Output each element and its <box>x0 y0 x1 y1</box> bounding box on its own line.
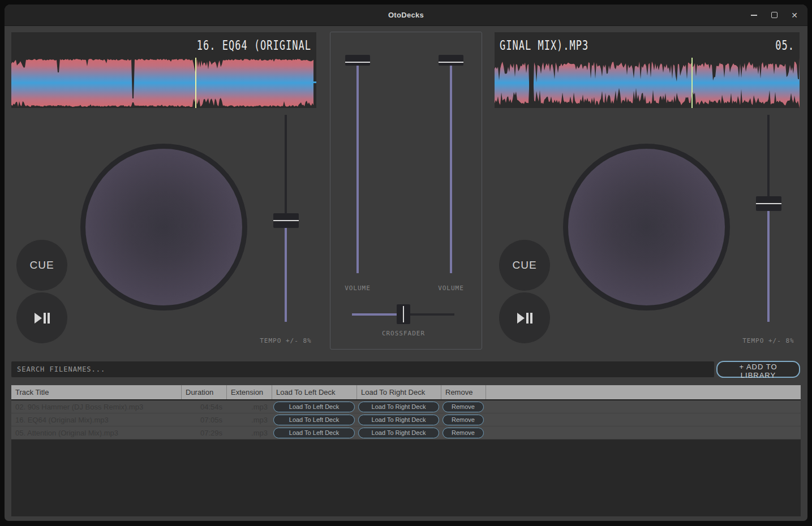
library-table-header: Track TitleDurationExtensionLoad To Left… <box>11 385 801 400</box>
remove-button[interactable]: Remove <box>442 415 484 425</box>
right-play-pause-button[interactable] <box>499 292 550 343</box>
left-deck-playhead <box>195 58 196 108</box>
track-title-cell: 05. Attention (Original Mix).mp3 <box>11 429 181 437</box>
maximize-button[interactable] <box>770 11 778 19</box>
track-extension-cell: .mp3 <box>226 429 272 437</box>
crossfader-label: CROSSFADER <box>370 330 437 337</box>
left-volume-label: VOLUME <box>329 284 386 292</box>
right-volume-label: VOLUME <box>423 284 479 292</box>
column-header[interactable]: Extension <box>226 385 272 399</box>
window-controls: ✕ <box>750 5 798 25</box>
track-duration-cell: 04:54s <box>181 403 226 411</box>
track-duration-cell: 07:05s <box>181 416 226 424</box>
column-header[interactable]: Load To Right Deck <box>356 385 441 399</box>
column-header[interactable]: Load To Left Deck <box>272 385 356 399</box>
load-left-deck-button-cell: Load To Left Deck <box>272 402 356 412</box>
column-header[interactable]: Track Title <box>11 385 181 399</box>
load-right-deck-button[interactable]: Load To Right Deck <box>358 428 439 438</box>
mixer-panel <box>330 32 482 350</box>
remove-button-cell: Remove <box>441 428 486 438</box>
left-volume-slider-fill <box>356 60 359 273</box>
right-volume-slider-handle[interactable] <box>439 55 463 66</box>
maximize-icon <box>771 12 777 18</box>
library-table-body: 02. 90s Hammer (DJ Boss Remix).mp304:54s… <box>11 400 801 439</box>
left-volume-slider-handle[interactable] <box>345 55 370 66</box>
load-right-deck-button-cell: Load To Right Deck <box>356 415 441 425</box>
column-header[interactable]: Duration <box>181 385 226 399</box>
right-waveform-graphic <box>495 58 800 108</box>
right-deck-title-row: GINAL MIX).MP3 05. <box>495 32 800 58</box>
app-window: OtoDecks ✕ 16. EQ64 (ORIGINAL <box>5 5 807 521</box>
left-waveform-endcap-tick <box>313 81 316 83</box>
remove-button[interactable]: Remove <box>442 402 484 412</box>
column-header[interactable]: Remove <box>441 385 486 399</box>
window-title: OtoDecks <box>5 5 807 25</box>
minimize-button[interactable] <box>750 11 758 19</box>
right-deck-waveform-display: GINAL MIX).MP3 05. <box>495 32 800 108</box>
load-right-deck-button-cell: Load To Right Deck <box>356 428 441 438</box>
table-row[interactable]: 05. Attention (Original Mix).mp307:29s.m… <box>11 426 801 439</box>
left-deck-waveform-display: 16. EQ64 (ORIGINAL <box>11 32 316 108</box>
track-title-cell: 16. EQ64 (Original Mix).mp3 <box>11 416 181 424</box>
load-left-deck-button[interactable]: Load To Left Deck <box>273 402 355 412</box>
close-button[interactable]: ✕ <box>790 11 798 19</box>
track-extension-cell: .mp3 <box>226 403 272 411</box>
column-header-filler <box>486 385 801 399</box>
crossfader-fill <box>352 313 403 316</box>
right-deck-waveform <box>495 58 800 108</box>
table-row[interactable]: 16. EQ64 (Original Mix).mp307:05s.mp3Loa… <box>11 413 801 426</box>
track-title-cell: 02. 90s Hammer (DJ Boss Remix).mp3 <box>11 403 181 411</box>
right-deck-track-title: GINAL MIX).MP3 <box>500 38 588 53</box>
load-left-deck-button[interactable]: Load To Left Deck <box>273 428 355 438</box>
main-content: 16. EQ64 (ORIGINAL CUE <box>5 26 807 521</box>
load-right-deck-button-cell: Load To Right Deck <box>356 402 441 412</box>
add-to-library-button[interactable]: + ADD TO LIBRARY <box>716 361 800 378</box>
right-cue-label: CUE <box>512 259 536 271</box>
left-waveform-graphic <box>11 58 313 108</box>
search-input[interactable] <box>11 361 714 377</box>
crossfader-handle[interactable] <box>397 304 410 324</box>
library-table: Track TitleDurationExtensionLoad To Left… <box>11 385 801 516</box>
left-tempo-slider-fill <box>285 221 287 322</box>
right-deck-track-title-tail: 05. <box>775 38 794 53</box>
load-left-deck-button-cell: Load To Left Deck <box>272 428 356 438</box>
load-left-deck-button-cell: Load To Left Deck <box>272 415 356 425</box>
left-tempo-slider-handle[interactable] <box>273 213 299 228</box>
play-pause-icon <box>35 313 50 324</box>
minimize-icon <box>751 15 757 16</box>
crossfader-track[interactable] <box>403 313 454 316</box>
remove-button[interactable]: Remove <box>442 428 484 438</box>
track-duration-cell: 07:29s <box>181 429 226 437</box>
load-right-deck-button[interactable]: Load To Right Deck <box>358 415 439 425</box>
left-cue-button[interactable]: CUE <box>16 240 67 291</box>
left-tempo-label: TEMPO +/- 8% <box>252 337 320 344</box>
remove-button-cell: Remove <box>441 402 486 412</box>
titlebar[interactable]: OtoDecks ✕ <box>5 5 807 26</box>
left-jog-wheel[interactable] <box>80 144 247 311</box>
left-deck-track-title: 16. EQ64 (ORIGINAL <box>197 38 311 53</box>
play-pause-icon <box>517 313 532 324</box>
load-left-deck-button[interactable]: Load To Left Deck <box>273 415 355 425</box>
load-right-deck-button[interactable]: Load To Right Deck <box>358 402 439 412</box>
screen: OtoDecks ✕ 16. EQ64 (ORIGINAL <box>0 0 812 526</box>
left-deck-waveform <box>11 58 313 108</box>
right-tempo-label: TEMPO +/- 8% <box>734 337 802 344</box>
left-play-pause-button[interactable] <box>16 292 67 343</box>
remove-button-cell: Remove <box>441 415 486 425</box>
right-volume-slider-fill <box>450 60 452 273</box>
left-cue-label: CUE <box>29 259 54 271</box>
left-deck-title-row: 16. EQ64 (ORIGINAL <box>11 32 316 58</box>
right-deck-playhead <box>691 58 693 108</box>
table-row[interactable]: 02. 90s Hammer (DJ Boss Remix).mp304:54s… <box>11 400 801 413</box>
right-tempo-slider-fill <box>767 204 770 322</box>
track-extension-cell: .mp3 <box>226 416 272 424</box>
right-cue-button[interactable]: CUE <box>499 240 550 291</box>
right-jog-wheel[interactable] <box>563 144 730 311</box>
right-tempo-slider-handle[interactable] <box>756 196 781 211</box>
